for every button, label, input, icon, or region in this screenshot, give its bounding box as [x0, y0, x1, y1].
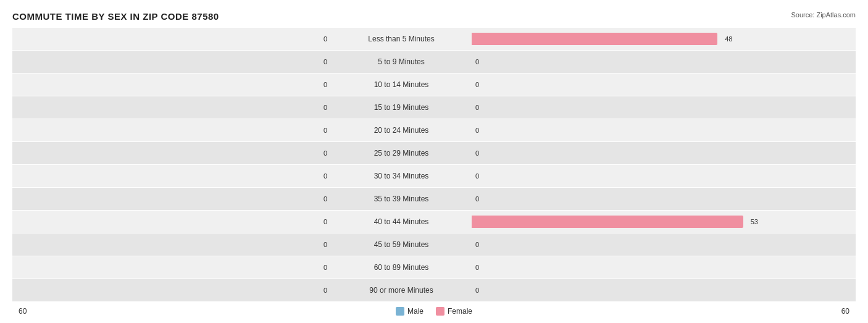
bar-label: 5 to 9 Minutes — [333, 57, 469, 66]
male-zero-value: 0 — [323, 58, 327, 65]
male-zero-value: 0 — [323, 104, 327, 111]
title-row: COMMUTE TIME BY SEX IN ZIP CODE 87580 So… — [12, 11, 856, 22]
male-zero-value: 0 — [323, 81, 327, 88]
bar-label: 60 to 89 Minutes — [333, 263, 469, 272]
female-bar-value: 53 — [751, 218, 758, 225]
female-legend-box — [436, 307, 444, 316]
male-legend: Male — [396, 307, 424, 316]
bar-label: 10 to 14 Minutes — [333, 80, 469, 89]
female-legend-label: Female — [448, 307, 472, 316]
male-zero-value: 0 — [323, 241, 327, 248]
female-zero-value: 0 — [475, 127, 479, 134]
male-side: 0 — [12, 119, 333, 141]
bar-label: 90 or more Minutes — [333, 286, 469, 295]
male-zero-value: 0 — [323, 149, 327, 157]
male-zero-value: 0 — [323, 195, 327, 203]
female-zero-value: 0 — [475, 195, 479, 203]
bar-label: 45 to 59 Minutes — [333, 240, 469, 249]
bar-row: 040 to 44 Minutes53 — [12, 211, 856, 233]
source-text: Source: ZipAtlas.com — [791, 11, 856, 19]
bar-row: 05 to 9 Minutes0 — [12, 51, 856, 73]
male-zero-value: 0 — [323, 35, 327, 43]
bar-label: 40 to 44 Minutes — [333, 217, 469, 226]
male-side: 0 — [12, 51, 333, 73]
bar-row: 045 to 59 Minutes0 — [12, 233, 856, 256]
female-side: 0 — [469, 233, 790, 256]
female-side: 0 — [469, 188, 790, 210]
bar-row: 060 to 89 Minutes0 — [12, 256, 856, 279]
male-side: 0 — [12, 188, 333, 210]
female-legend: Female — [436, 307, 472, 316]
bar-label: 15 to 19 Minutes — [333, 103, 469, 112]
female-bar: 53 — [472, 216, 743, 228]
male-side: 0 — [12, 165, 333, 187]
chart-container: COMMUTE TIME BY SEX IN ZIP CODE 87580 So… — [0, 0, 868, 323]
bar-label: 20 to 24 Minutes — [333, 126, 469, 135]
bar-row: 015 to 19 Minutes0 — [12, 96, 856, 119]
female-side: 0 — [469, 256, 790, 279]
female-zero-value: 0 — [475, 58, 479, 65]
male-legend-label: Male — [407, 307, 424, 316]
male-side: 0 — [12, 142, 333, 164]
male-zero-value: 0 — [323, 287, 327, 294]
male-legend-box — [396, 307, 404, 316]
female-zero-value: 0 — [475, 149, 479, 157]
female-bar: 48 — [472, 33, 717, 45]
left-axis-label: 60 — [19, 307, 56, 316]
male-zero-value: 0 — [323, 218, 327, 225]
legend-area: 60 Male Female 60 — [12, 307, 856, 316]
female-side: 53 — [469, 211, 790, 233]
male-zero-value: 0 — [323, 264, 327, 271]
male-side: 0 — [12, 96, 333, 119]
female-zero-value: 0 — [475, 104, 479, 111]
bar-label: 35 to 39 Minutes — [333, 195, 469, 203]
legend-center: Male Female — [396, 307, 472, 316]
bar-row: 020 to 24 Minutes0 — [12, 119, 856, 141]
bar-label: 30 to 34 Minutes — [333, 172, 469, 180]
female-zero-value: 0 — [475, 264, 479, 271]
female-side: 48 — [469, 28, 790, 50]
male-side: 0 — [12, 211, 333, 233]
bar-row: 090 or more Minutes0 — [12, 279, 856, 301]
bar-row: 035 to 39 Minutes0 — [12, 188, 856, 210]
bar-row: 0Less than 5 Minutes48 — [12, 28, 856, 50]
male-side: 0 — [12, 256, 333, 279]
bar-row: 025 to 29 Minutes0 — [12, 142, 856, 164]
bar-row: 010 to 14 Minutes0 — [12, 73, 856, 96]
male-zero-value: 0 — [323, 127, 327, 134]
female-side: 0 — [469, 51, 790, 73]
male-side: 0 — [12, 233, 333, 256]
male-side: 0 — [12, 279, 333, 301]
bar-row: 030 to 34 Minutes0 — [12, 165, 856, 187]
female-side: 0 — [469, 96, 790, 119]
male-side: 0 — [12, 73, 333, 96]
female-side: 0 — [469, 119, 790, 141]
female-side: 0 — [469, 73, 790, 96]
male-zero-value: 0 — [323, 172, 327, 180]
female-side: 0 — [469, 142, 790, 164]
chart-body: 0Less than 5 Minutes4805 to 9 Minutes001… — [12, 28, 856, 302]
female-side: 0 — [469, 165, 790, 187]
female-bar-value: 48 — [725, 35, 732, 43]
chart-title: COMMUTE TIME BY SEX IN ZIP CODE 87580 — [12, 11, 219, 22]
female-zero-value: 0 — [475, 287, 479, 294]
male-side: 0 — [12, 28, 333, 50]
female-side: 0 — [469, 279, 790, 301]
right-axis-label: 60 — [812, 307, 849, 316]
female-zero-value: 0 — [475, 81, 479, 88]
female-zero-value: 0 — [475, 241, 479, 248]
bar-label: Less than 5 Minutes — [333, 35, 469, 43]
bar-label: 25 to 29 Minutes — [333, 149, 469, 157]
female-zero-value: 0 — [475, 172, 479, 180]
